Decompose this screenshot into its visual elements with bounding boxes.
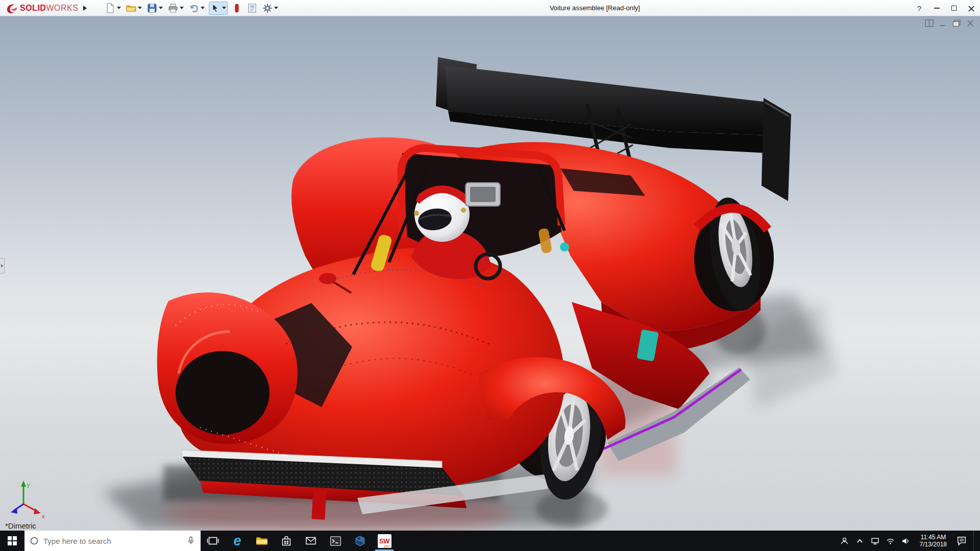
open-folder-icon — [126, 3, 136, 13]
menu-flyout-arrow-icon[interactable] — [83, 6, 87, 11]
view-orientation-label: *Dimetric — [5, 521, 36, 530]
splitter-center-post — [312, 489, 327, 519]
cortana-circle-icon — [30, 536, 39, 545]
command-prompt-icon — [329, 535, 342, 547]
select-button[interactable] — [209, 2, 228, 15]
mail-button[interactable] — [299, 531, 323, 551]
people-icon[interactable] — [840, 537, 849, 545]
solidworks-2017-button[interactable]: SW 2017 — [372, 531, 397, 551]
hidden-icons-chevron-icon[interactable] — [855, 537, 864, 545]
dropdown-caret-icon[interactable] — [222, 7, 226, 9]
search-input[interactable] — [43, 537, 182, 545]
brand-name-light: WORKS — [46, 4, 78, 12]
composer-cube-icon — [354, 535, 366, 547]
save-button[interactable] — [146, 2, 164, 15]
x-axis-arrow — [34, 508, 41, 514]
brand-name: SOLIDWORKS — [20, 4, 78, 13]
undo-button[interactable] — [188, 2, 206, 15]
dropdown-caret-icon[interactable] — [159, 7, 163, 9]
task-view-icon — [207, 535, 219, 547]
print-button[interactable] — [167, 2, 185, 15]
model-canvas[interactable]: y x — [0, 16, 980, 531]
show-desktop-button[interactable] — [973, 531, 977, 551]
restore-view-icon[interactable] — [952, 19, 961, 27]
microphone-icon[interactable] — [186, 536, 195, 545]
x-axis-label: x — [42, 513, 45, 519]
dropdown-caret-icon[interactable] — [180, 7, 184, 9]
options-button[interactable] — [261, 2, 279, 15]
window-controls: ? — [911, 0, 980, 16]
feature-manager-collapse-tab[interactable] — [0, 258, 5, 273]
windows-logo-icon — [8, 536, 17, 545]
edge-icon: e — [233, 534, 241, 548]
volume-icon[interactable] — [901, 537, 910, 545]
file-explorer-icon — [255, 534, 268, 547]
save-floppy-icon — [147, 3, 157, 13]
undo-arrow-icon — [189, 3, 199, 13]
file-properties-icon — [247, 3, 257, 13]
dropdown-caret-icon[interactable] — [201, 7, 205, 9]
split-pane-icon[interactable] — [925, 19, 934, 27]
system-tray: 11:45 AM 7/13/2018 — [837, 531, 980, 551]
command-prompt-button[interactable] — [323, 531, 348, 551]
close-icon — [968, 5, 974, 11]
solidworks-app-icon: SW 2017 — [378, 534, 391, 548]
orientation-triad: y x — [11, 481, 45, 519]
solidworks-icon-label: SW — [379, 537, 389, 545]
title-bar: SOLIDWORKS — [0, 0, 980, 16]
dassault-systemes-logo-icon — [5, 2, 17, 14]
options-gear-icon — [262, 3, 273, 13]
store-bag-icon — [280, 535, 292, 547]
new-document-icon — [105, 3, 115, 13]
minimize-button[interactable] — [928, 0, 945, 16]
dropdown-caret-icon[interactable] — [274, 7, 278, 9]
dropdown-caret-icon[interactable] — [117, 7, 121, 9]
cockpit-teal-accent — [560, 242, 569, 252]
wifi-icon[interactable] — [886, 537, 895, 545]
graphics-viewport[interactable]: y x *Dimetric — [0, 16, 980, 531]
clock-time: 11:45 AM — [920, 534, 947, 541]
solidworks-window: SOLIDWORKS — [0, 0, 980, 551]
action-center-icon[interactable] — [957, 536, 967, 546]
windows-taskbar: e SW 2017 11:4 — [0, 531, 980, 551]
microsoft-edge-button[interactable]: e — [225, 531, 250, 551]
taskbar-clock[interactable]: 11:45 AM 7/13/2018 — [917, 534, 950, 548]
file-explorer-button[interactable] — [250, 531, 274, 551]
help-button[interactable]: ? — [911, 0, 928, 16]
close-view-icon[interactable] — [966, 19, 975, 27]
window-title: Voiture assemblee [Read-only] — [550, 0, 640, 16]
quick-toolbar — [104, 2, 279, 15]
start-button[interactable] — [0, 531, 24, 551]
close-button[interactable] — [963, 0, 980, 16]
dropdown-caret-icon[interactable] — [138, 7, 142, 9]
viewport-window-controls — [925, 19, 975, 27]
solidworks-icon-year: 2017 — [384, 545, 390, 548]
rebuild-icon — [232, 3, 242, 13]
clock-date: 7/13/2018 — [920, 541, 947, 548]
open-button[interactable] — [125, 2, 143, 15]
expand-arrow-icon — [1, 264, 3, 268]
solidworks-brand: SOLIDWORKS — [0, 2, 78, 14]
file-properties-button[interactable] — [246, 2, 258, 15]
network-icon[interactable] — [871, 537, 879, 545]
race-car-model[interactable] — [157, 57, 791, 520]
maximize-icon — [951, 6, 957, 11]
minimize-view-icon[interactable] — [939, 19, 947, 27]
brand-name-bold: SOLID — [20, 4, 46, 12]
y-axis-label: y — [27, 482, 30, 488]
print-icon — [168, 3, 178, 13]
mail-envelope-icon — [305, 535, 317, 547]
rear-view-mirror — [465, 183, 500, 206]
maximize-button[interactable] — [945, 0, 963, 16]
task-view-button[interactable] — [201, 531, 225, 551]
microsoft-store-button[interactable] — [274, 531, 299, 551]
taskbar-search[interactable] — [24, 531, 201, 551]
solidworks-composer-button[interactable] — [348, 531, 372, 551]
rebuild-button[interactable] — [231, 2, 243, 15]
select-cursor-icon — [210, 3, 220, 13]
minimize-icon — [934, 8, 940, 9]
y-axis-arrow — [21, 481, 26, 487]
new-document-button[interactable] — [104, 2, 122, 15]
